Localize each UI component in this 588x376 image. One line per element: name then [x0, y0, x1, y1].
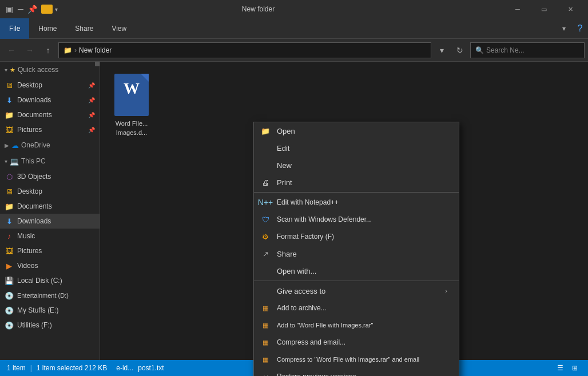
pictures-icon: 🖼 [5, 125, 14, 134]
sidebar-item-downloads-pc[interactable]: ⬇ Downloads [0, 214, 100, 229]
ctx-item-add-rar[interactable]: ▦ Add to "Word FIle with Images.rar" [254, 317, 459, 334]
ribbon: File Home Share View ▾ ? [0, 18, 588, 39]
access-arrow: › [445, 287, 447, 294]
ctx-item-openwith[interactable]: Open with... [254, 262, 459, 279]
sidebar-item-music[interactable]: ♪ Music [0, 229, 100, 243]
ctx-factory-label: Format Factory (F) [277, 233, 334, 241]
chevron-onedrive: ▶ [5, 142, 9, 149]
ctx-item-notepad[interactable]: N++ Edit with Notepad++ [254, 194, 459, 211]
sidebar-item-documents-pc[interactable]: 📁 Documents [0, 199, 100, 214]
ctx-item-compress-rar-email[interactable]: ▦ Compress to "Word File with Images.rar… [254, 351, 459, 368]
pin-icon-desktop: 📌 [88, 82, 95, 89]
search-placeholder: Search Ne... [486, 46, 525, 54]
sidebar-header-quick-access[interactable]: ▾ ★ Quick access [0, 62, 100, 78]
help-button[interactable]: ? [572, 18, 588, 39]
print-icon: 🖨 [260, 177, 271, 188]
star-icon: ★ [10, 66, 15, 74]
sidebar-item-downloads-quick[interactable]: ⬇ Downloads 📌 [0, 93, 100, 107]
word-file-icon: W [114, 74, 149, 116]
rar-icon-4: ▦ [260, 354, 271, 365]
dropdown-button[interactable]: ▾ [434, 42, 450, 58]
pin-icon-downloads: 📌 [88, 97, 95, 103]
address-box[interactable]: 📁 › New folder [58, 42, 431, 58]
sidebar-item-local-disk-c[interactable]: 💾 Local Disk (C:) [0, 273, 100, 288]
drive-c-icon: 💾 [5, 276, 14, 285]
status-item-count: 1 item [7, 364, 26, 372]
documents-pc-icon: 📁 [5, 202, 14, 211]
ctx-add-archive-label: Add to archive... [277, 304, 327, 312]
ctx-item-share[interactable]: ↗ Share [254, 245, 459, 262]
this-pc-label: This PC [21, 157, 46, 165]
sidebar-item-entertainment-d[interactable]: 💿 Entertainment (D:) [0, 288, 100, 303]
sidebar-item-documents-label: Documents [17, 111, 52, 119]
defender-icon: 🛡 [260, 214, 271, 225]
sidebar-header-onedrive[interactable]: ▶ ☁ OneDrive [0, 137, 100, 153]
back-button[interactable]: ← [3, 42, 19, 58]
drive-d-icon: 💿 [5, 291, 14, 300]
sidebar-item-desktop-pc[interactable]: 🖥 Desktop [0, 184, 100, 199]
ctx-item-compress-email[interactable]: ▦ Compress and email... [254, 334, 459, 351]
sidebar-item-pictures-pc[interactable]: 🖼 Pictures [0, 243, 100, 258]
desktop-icon: 🖥 [5, 81, 14, 90]
rar-icon-2: ▦ [260, 319, 271, 331]
share-icon: ↗ [260, 248, 271, 259]
sidebar-item-documents-quick[interactable]: 📁 Documents 📌 [0, 107, 100, 122]
sidebar-header-this-pc[interactable]: ▾ 💻 This PC [0, 153, 100, 169]
quick-access-label: Quick access [18, 66, 58, 74]
music-icon: ♪ [5, 231, 14, 241]
this-pc-icon: 💻 [10, 157, 19, 166]
status-filename: post1.txt [138, 364, 164, 372]
ctx-item-print[interactable]: 🖨 Print [254, 174, 459, 191]
sidebar-item-desktop[interactable]: 🖥 Desktop 📌 [0, 78, 100, 93]
forward-button[interactable]: → [22, 42, 38, 58]
sidebar-item-videos[interactable]: ▶ Videos [0, 258, 100, 273]
tab-home[interactable]: Home [29, 18, 66, 39]
my-stuffs-e-label: My Stuffs (E:) [17, 306, 58, 314]
view-large-icons-button[interactable]: ⊞ [569, 362, 581, 374]
ctx-item-open[interactable]: 📁 Open [254, 122, 459, 139]
address-bar: ← → ↑ 📁 › New folder ▾ ↻ 🔍 Search Ne... [0, 39, 588, 62]
tab-share[interactable]: Share [66, 18, 102, 39]
ctx-defender-label: Scan with Windows Defender... [277, 215, 372, 223]
search-icon: 🔍 [475, 46, 484, 54]
search-box[interactable]: 🔍 Search Ne... [470, 42, 585, 58]
ctx-access-label: Give access to [277, 287, 325, 295]
file-icon-wrapper: W [109, 72, 154, 118]
onedrive-icon: ☁ [11, 141, 19, 150]
minimize-button[interactable]: ─ [504, 0, 531, 18]
ctx-item-restore[interactable]: ↩ Restore previous versions [254, 368, 459, 376]
maximize-button[interactable]: ▭ [531, 0, 557, 18]
sidebar-item-my-stuffs-e[interactable]: 💿 My Stuffs (E:) [0, 303, 100, 318]
utilities-f-label: Utilities (F:) [17, 321, 52, 329]
tab-file[interactable]: File [0, 18, 29, 39]
ctx-edit-label: Edit [277, 144, 289, 153]
pin-icon-documents: 📌 [88, 112, 95, 118]
close-button[interactable]: ✕ [557, 0, 583, 18]
sidebar-item-utilities-f[interactable]: 💿 Utilities (F:) [0, 318, 100, 333]
rar-icon-1: ▦ [260, 302, 271, 314]
ribbon-expand-button[interactable]: ▾ [556, 18, 572, 39]
refresh-button[interactable]: ↻ [452, 42, 468, 58]
file-item-word[interactable]: W Word FIle... Images.d... [106, 67, 157, 141]
3d-objects-label: 3D Objects [17, 173, 51, 181]
ctx-item-defender[interactable]: 🛡 Scan with Windows Defender... [254, 211, 459, 228]
ctx-item-access[interactable]: Give access to › [254, 282, 459, 299]
sidebar-item-desktop-label: Desktop [17, 81, 42, 89]
chevron-icon: ▾ [5, 67, 7, 73]
tab-view[interactable]: View [102, 18, 136, 39]
sidebar-item-pictures-quick[interactable]: 🖼 Pictures 📌 [0, 122, 100, 137]
desktop-pc-label: Desktop [17, 187, 42, 195]
ctx-new-label: New [277, 161, 292, 170]
ctx-item-edit[interactable]: Edit [254, 139, 459, 157]
downloads-icon: ⬇ [5, 95, 14, 105]
videos-label: Videos [17, 262, 38, 270]
sidebar-item-3d-objects[interactable]: ⬡ 3D Objects [0, 169, 100, 184]
ctx-item-add-archive[interactable]: ▦ Add to archive... [254, 299, 459, 317]
drive-f-icon: 💿 [5, 321, 14, 330]
quick-access-icon: ▣ [5, 5, 14, 14]
ctx-item-factory[interactable]: ⚙ Format Factory (F) [254, 228, 459, 245]
up-button[interactable]: ↑ [40, 42, 56, 58]
ctx-item-new[interactable]: New [254, 157, 459, 174]
ctx-add-rar-label: Add to "Word FIle with Images.rar" [277, 322, 373, 329]
view-details-button[interactable]: ☰ [554, 362, 566, 374]
